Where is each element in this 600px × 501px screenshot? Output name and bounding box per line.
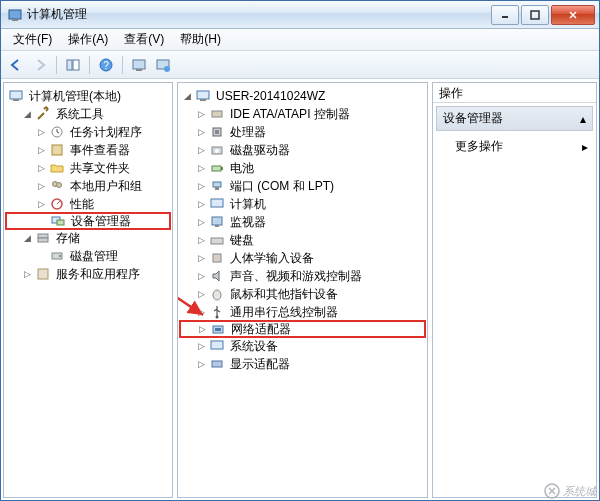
- expand-icon[interactable]: ▷: [196, 359, 207, 370]
- menu-help[interactable]: 帮助(H): [172, 29, 229, 50]
- device-monitor[interactable]: ▷监视器: [180, 213, 425, 231]
- expand-icon[interactable]: ▷: [196, 217, 207, 228]
- menu-file[interactable]: 文件(F): [5, 29, 60, 50]
- collapse-icon[interactable]: ◢: [22, 233, 33, 244]
- tree-label: 系统工具: [54, 106, 106, 123]
- refresh-icon[interactable]: [152, 54, 174, 76]
- computer-icon: [209, 196, 225, 212]
- expand-icon[interactable]: ▷: [196, 109, 207, 120]
- help-button[interactable]: ?: [95, 54, 117, 76]
- svg-rect-24: [38, 238, 48, 242]
- tree-services-apps[interactable]: ▷ 服务和应用程序: [6, 265, 170, 283]
- device-ide[interactable]: ▷IDE ATA/ATAPI 控制器: [180, 105, 425, 123]
- tree-label: 人体学输入设备: [228, 250, 316, 267]
- expand-icon[interactable]: ▷: [196, 253, 207, 264]
- tree-performance[interactable]: ▷ 性能: [6, 195, 170, 213]
- expand-icon[interactable]: ▷: [36, 127, 47, 138]
- device-computer[interactable]: ▷计算机: [180, 195, 425, 213]
- menu-action[interactable]: 操作(A): [60, 29, 116, 50]
- expand-icon[interactable]: ▷: [36, 199, 47, 210]
- device-system[interactable]: ▷系统设备: [180, 337, 425, 355]
- close-button[interactable]: [551, 5, 595, 25]
- hid-icon: [209, 250, 225, 266]
- storage-icon: [35, 230, 51, 246]
- tree-disk-mgmt[interactable]: 磁盘管理: [6, 247, 170, 265]
- left-tree-pane[interactable]: 计算机管理(本地) ◢ 系统工具 ▷ 任务计划程序 ▷ 事件查看器: [3, 82, 173, 498]
- keyboard-icon: [209, 232, 225, 248]
- back-button[interactable]: [5, 54, 27, 76]
- collapse-icon: ▴: [580, 112, 586, 126]
- expand-icon[interactable]: ▷: [196, 307, 207, 318]
- expand-icon[interactable]: ▷: [196, 341, 207, 352]
- device-network-adapter[interactable]: ▷网络适配器: [179, 320, 426, 338]
- svg-point-19: [57, 183, 62, 188]
- device-keyboard[interactable]: ▷键盘: [180, 231, 425, 249]
- tree-label: 监视器: [228, 214, 268, 231]
- svg-rect-42: [211, 238, 223, 244]
- show-hide-tree-button[interactable]: [62, 54, 84, 76]
- device-usb[interactable]: ▷通用串行总线控制器: [180, 303, 425, 321]
- forward-button[interactable]: [29, 54, 51, 76]
- svg-rect-22: [57, 220, 64, 225]
- properties-button[interactable]: [128, 54, 150, 76]
- expand-icon[interactable]: ▷: [196, 235, 207, 246]
- collapse-icon[interactable]: ◢: [182, 91, 193, 102]
- device-display[interactable]: ▷显示适配器: [180, 355, 425, 373]
- device-ports[interactable]: ▷端口 (COM 和 LPT): [180, 177, 425, 195]
- actions-more[interactable]: 更多操作 ▸: [433, 134, 596, 159]
- device-mouse[interactable]: ▷鼠标和其他指针设备: [180, 285, 425, 303]
- tree-storage[interactable]: ◢ 存储: [6, 229, 170, 247]
- tree-event-viewer[interactable]: ▷ 事件查看器: [6, 141, 170, 159]
- folder-icon: [49, 160, 65, 176]
- expand-icon[interactable]: ▷: [36, 145, 47, 156]
- tree-label: 共享文件夹: [68, 160, 132, 177]
- tree-local-users[interactable]: ▷ 本地用户和组: [6, 177, 170, 195]
- expand-icon[interactable]: ▷: [196, 181, 207, 192]
- maximize-button[interactable]: [521, 5, 549, 25]
- separator: [122, 56, 123, 74]
- svg-point-45: [216, 316, 219, 319]
- expand-icon[interactable]: ▷: [196, 127, 207, 138]
- device-battery[interactable]: ▷电池: [180, 159, 425, 177]
- tree-root-computer[interactable]: 计算机管理(本地): [6, 87, 170, 105]
- watermark: 系统城: [544, 483, 596, 499]
- svg-rect-7: [73, 60, 79, 70]
- tree-label: 磁盘驱动器: [228, 142, 292, 159]
- tree-label: 计算机管理(本地): [27, 88, 123, 105]
- window-title: 计算机管理: [27, 6, 489, 23]
- expand-icon[interactable]: ▷: [196, 163, 207, 174]
- tree-task-scheduler[interactable]: ▷ 任务计划程序: [6, 123, 170, 141]
- expand-icon[interactable]: ▷: [196, 271, 207, 282]
- users-icon: [49, 178, 65, 194]
- svg-rect-30: [212, 111, 222, 117]
- tree-shared-folders[interactable]: ▷ 共享文件夹: [6, 159, 170, 177]
- actions-selected-node[interactable]: 设备管理器 ▴: [436, 106, 593, 131]
- expand-icon[interactable]: ▷: [196, 289, 207, 300]
- menu-view[interactable]: 查看(V): [116, 29, 172, 50]
- tree-label: 事件查看器: [68, 142, 132, 159]
- device-sound[interactable]: ▷声音、视频和游戏控制器: [180, 267, 425, 285]
- tree-system-tools[interactable]: ◢ 系统工具: [6, 105, 170, 123]
- expand-icon[interactable]: ▷: [196, 145, 207, 156]
- tree-label: 服务和应用程序: [54, 266, 142, 283]
- tree-device-manager[interactable]: 设备管理器: [5, 212, 171, 230]
- device-tree-pane[interactable]: ◢ USER-20141024WZ ▷IDE ATA/ATAPI 控制器 ▷处理…: [177, 82, 428, 498]
- tree-label: 磁盘管理: [68, 248, 120, 265]
- svg-text:?: ?: [103, 60, 109, 71]
- expand-icon[interactable]: ▷: [36, 163, 47, 174]
- collapse-icon[interactable]: ◢: [22, 109, 33, 120]
- expand-icon[interactable]: ▷: [197, 324, 208, 335]
- device-cpu[interactable]: ▷处理器: [180, 123, 425, 141]
- actions-header: 操作: [433, 83, 596, 103]
- expand-icon[interactable]: ▷: [22, 269, 33, 280]
- device-hid[interactable]: ▷人体学输入设备: [180, 249, 425, 267]
- device-disk-drives[interactable]: ▷磁盘驱动器: [180, 141, 425, 159]
- minimize-button[interactable]: [491, 5, 519, 25]
- expand-icon[interactable]: ▷: [36, 181, 47, 192]
- expand-icon[interactable]: ▷: [196, 199, 207, 210]
- tree-label: 网络适配器: [229, 321, 293, 338]
- device-root[interactable]: ◢ USER-20141024WZ: [180, 87, 425, 105]
- usb-icon: [209, 304, 225, 320]
- svg-rect-10: [133, 60, 145, 69]
- svg-rect-40: [212, 217, 222, 225]
